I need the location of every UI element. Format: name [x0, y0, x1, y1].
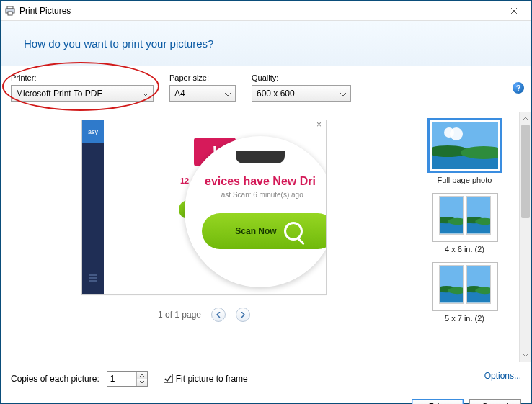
- svg-rect-9: [440, 197, 463, 220]
- next-page-button[interactable]: [236, 308, 250, 322]
- preview-window-controls: — ×: [104, 120, 326, 129]
- svg-rect-21: [467, 266, 490, 289]
- hamburger-icon: [82, 269, 104, 287]
- scroll-thumb[interactable]: [521, 125, 530, 218]
- preview-main: — × ! 12 Devices have N Last Scan: 6 min…: [104, 120, 326, 294]
- layout-5x7-2[interactable]: 5 x 7 in. (2): [429, 259, 501, 326]
- layout-full-page[interactable]: Full page photo: [425, 115, 505, 187]
- dialog-body: asy — × ! 12 Devices have N Last Scan: 6: [1, 112, 531, 362]
- cancel-button[interactable]: Cancel: [469, 399, 521, 404]
- printer-value: Microsoft Print To PDF: [16, 89, 102, 99]
- scroll-down-button[interactable]: [520, 349, 531, 362]
- layout-list: Full page photo 4 x 6 in. (2) 5 x 7 in. …: [407, 112, 519, 362]
- page-navigator: 1 of 1 page: [158, 308, 250, 322]
- print-button[interactable]: Print: [412, 399, 464, 404]
- layout-4x6-2[interactable]: 4 x 6 in. (2): [429, 190, 501, 256]
- paper-size-select[interactable]: A4: [169, 85, 236, 102]
- options-link[interactable]: Options...: [484, 371, 521, 381]
- layout-scrollbar[interactable]: [519, 112, 531, 362]
- zoom-magnifier: evices have New Dri Last Scan: 6 minute(…: [185, 136, 327, 287]
- fit-picture-checkbox[interactable]: Fit picture to frame: [164, 374, 248, 384]
- prev-page-button[interactable]: [211, 308, 226, 322]
- chevron-down-icon: [225, 89, 231, 99]
- bottom-bar: Copies of each picture: Fit picture to f…: [1, 362, 531, 395]
- spin-up[interactable]: [137, 372, 147, 379]
- printer-label: Printer:: [11, 73, 154, 82]
- dialog-actions: Print Cancel: [1, 395, 531, 404]
- print-settings-row: Printer: Microsoft Print To PDF Paper si…: [1, 66, 531, 112]
- title-bar: Print Pictures: [1, 1, 531, 21]
- layout-label: Full page photo: [438, 176, 492, 184]
- zoom-scan-label: Scan Now: [235, 226, 276, 236]
- quality-label: Quality:: [252, 73, 351, 82]
- checkbox-icon: [164, 374, 173, 383]
- quality-select[interactable]: 600 x 600: [252, 85, 351, 102]
- quality-value: 600 x 600: [257, 89, 295, 99]
- minimize-icon: —: [303, 120, 312, 130]
- zoom-subtext: Last Scan: 6 minute(s) ago: [217, 191, 303, 199]
- print-preview: asy — × ! 12 Devices have N Last Scan: 6: [81, 120, 327, 295]
- preview-column: asy — × ! 12 Devices have N Last Scan: 6: [1, 112, 407, 362]
- preview-sidebar: asy: [82, 120, 104, 294]
- layout-label: 4 x 6 in. (2): [445, 245, 484, 253]
- printer-select[interactable]: Microsoft Print To PDF: [11, 85, 154, 102]
- scroll-up-button[interactable]: [520, 112, 531, 125]
- svg-rect-13: [467, 197, 490, 220]
- paper-size-value: A4: [174, 89, 185, 99]
- magnifier-icon: [284, 222, 303, 241]
- close-icon: ×: [316, 120, 322, 130]
- window-title: Print Pictures: [19, 6, 71, 16]
- chevron-down-icon: [143, 89, 148, 99]
- dialog-print-pictures: Print Pictures How do you want to print …: [0, 0, 532, 404]
- copies-label: Copies of each picture:: [11, 374, 99, 384]
- zoom-scan-button: Scan Now: [202, 213, 327, 249]
- copies-stepper[interactable]: [107, 371, 148, 387]
- preview-brand: asy: [82, 120, 104, 143]
- close-button[interactable]: [500, 4, 528, 18]
- zoom-monitor-bottom: [236, 151, 285, 163]
- spin-down[interactable]: [137, 379, 147, 386]
- copies-input[interactable]: [107, 372, 136, 386]
- zoom-headline: evices have New Dri: [205, 175, 316, 188]
- fit-picture-label: Fit picture to frame: [176, 374, 248, 384]
- paper-size-label: Paper size:: [169, 73, 236, 82]
- svg-rect-2: [8, 12, 12, 15]
- chevron-down-icon: [340, 89, 346, 99]
- printer-icon: [5, 6, 15, 16]
- page-counter: 1 of 1 page: [158, 310, 201, 320]
- dialog-heading: How do you want to print your pictures?: [24, 37, 213, 50]
- svg-point-8: [450, 127, 463, 140]
- layout-label: 5 x 7 in. (2): [445, 314, 484, 323]
- dialog-header: How do you want to print your pictures?: [1, 21, 531, 66]
- svg-rect-17: [440, 266, 463, 289]
- help-icon[interactable]: ?: [513, 82, 524, 94]
